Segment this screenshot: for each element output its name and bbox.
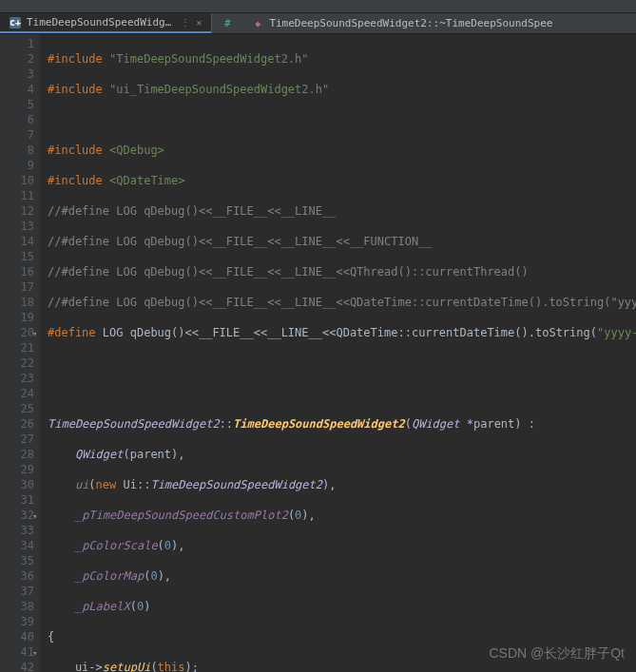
line-number: 28 [0,447,34,462]
window-menu-strip [0,0,636,13]
line-number: 21 [0,340,34,355]
line-number: 15 [0,249,34,264]
line-number: 16 [0,264,34,279]
hash-icon: # [222,18,233,29]
line-number: 33 [0,523,34,538]
line-number: 8 [0,143,34,158]
line-number-gutter: 1 2 3 4 5 6 7 8 9 10 11 12 13 14 15 16 1… [0,34,40,672]
line-number: 25 [0,401,34,416]
fold-icon[interactable]: ▾ [32,509,37,524]
line-number: 36 [0,568,34,584]
code-editor[interactable]: 1 2 3 4 5 6 7 8 9 10 11 12 13 14 15 16 1… [0,34,636,672]
editor-tab-bar: c+ TimeDeepSoundSpeedWidg… ⋮ ✕ # ◆ TimeD… [0,13,636,34]
line-number: 4 [0,82,34,97]
editor-tab-active[interactable]: c+ TimeDeepSoundSpeedWidg… ⋮ ✕ [0,13,211,33]
code-line: ui->setupUi(this); [48,660,636,672]
line-number: 11 [0,188,34,203]
line-number: 29 [0,462,34,477]
code-line [48,386,636,401]
code-area[interactable]: #include "TimeDeepSoundSpeedWidget2.h" #… [40,34,636,672]
code-line: TimeDeepSoundSpeedWidget2::TimeDeepSound… [48,416,636,432]
line-number: 26 [0,416,34,432]
line-number: 1 [0,36,34,51]
line-number: 40 [0,629,34,644]
line-number: 19 [0,310,34,325]
line-number: 22 [0,355,34,371]
code-line: //#define LOG qDebug()<<__FILE__<<__LINE… [48,295,636,310]
line-number: 42 [0,660,34,672]
code-line: _pColorScale(0), [48,538,636,553]
line-number: 37 [0,584,34,599]
fold-icon[interactable]: ▾ [32,645,37,661]
line-number: 18 [0,295,34,310]
line-number: 23 [0,371,34,386]
line-number: 24 [0,386,34,401]
code-line: //#define LOG qDebug()<<__FILE__<<__LINE… [48,234,636,249]
code-line: //#define LOG qDebug()<<__FILE__<<__LINE… [48,203,636,219]
line-number: 9 [0,158,34,173]
code-line: { [48,629,636,644]
breadcrumb-symbol-2[interactable]: ◆ TimeDeepSoundSpeedWidget2::~TimeDeepSo… [242,13,562,33]
code-line: #include <QDebug> [48,143,636,158]
code-line: #include "TimeDeepSoundSpeedWidget2.h" [48,51,636,67]
line-number: 12 [0,203,34,219]
breadcrumb-symbol-1[interactable]: # [212,13,242,33]
line-number: 39 [0,614,34,629]
code-line: _pTimeDeepSoundSpeedCustomPlot2(0), [48,508,636,523]
line-number: 14 [0,234,34,249]
line-number: 10 [0,173,34,188]
line-number: 31 [0,492,34,508]
code-line: #include "ui_TimeDeepSoundSpeedWidget2.h… [48,82,636,97]
fold-icon[interactable]: ▾ [32,326,37,341]
code-line: _pLabelX(0) [48,599,636,614]
line-number: 27 [0,432,34,447]
line-number: 17 [0,279,34,295]
tab-close-icon[interactable]: ⋮ ✕ [181,17,202,28]
breadcrumb-label: TimeDeepSoundSpeedWidget2::~TimeDeepSoun… [269,17,552,29]
code-line [48,355,636,371]
code-line: #define LOG qDebug()<<__FILE__<<__LINE__… [48,325,636,340]
code-line: QWidget(parent), [48,447,636,462]
diamond-icon: ◆ [252,18,263,29]
line-number: 3 [0,67,34,82]
code-line: ui(new Ui::TimeDeepSoundSpeedWidget2), [48,477,636,492]
line-number: 35 [0,553,34,568]
code-line [48,112,636,127]
line-number: 30 [0,477,34,492]
line-number: 13 [0,219,34,234]
code-line: _pColorMap(0), [48,568,636,584]
line-number: 2 [0,51,34,67]
line-number: 38 [0,599,34,614]
cpp-file-icon: c+ [10,17,21,29]
line-number: 7 [0,127,34,143]
tab-label: TimeDeepSoundSpeedWidg… [27,16,171,29]
code-line: //#define LOG qDebug()<<__FILE__<<__LINE… [48,264,636,279]
line-number: 6 [0,112,34,127]
line-number: 5 [0,97,34,112]
code-line: #include <QDateTime> [48,173,636,188]
line-number: 34 [0,538,34,553]
